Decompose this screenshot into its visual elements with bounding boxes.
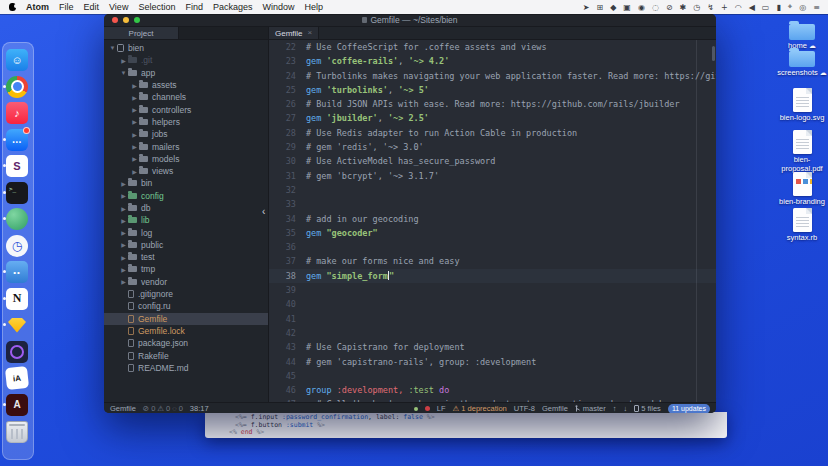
tree-item-db[interactable]: ▶db: [104, 202, 268, 214]
code-editor[interactable]: 2223242526272829303132333435363738394041…: [269, 40, 716, 402]
code-line-22[interactable]: # Use CoffeeScript for .coffee assets an…: [306, 40, 716, 54]
desktop-icon-bien-logo-svg[interactable]: bien-logo.svg: [777, 88, 827, 123]
scrollbar-thumb[interactable]: [712, 46, 715, 61]
background-window[interactable]: <%= f.input :password_confirmation, labe…: [205, 412, 727, 438]
battery-icon[interactable]: ▮: [776, 3, 780, 12]
control-center-icon[interactable]: ≡: [813, 3, 820, 12]
tree-item-gemfile[interactable]: Gemfile: [104, 313, 268, 325]
apple-menu[interactable]: [9, 3, 16, 11]
tree-item-bien[interactable]: ▼bien: [104, 42, 268, 54]
desktop-icon-syntax-rb[interactable]: syntax.rb: [777, 208, 827, 243]
code-line-39[interactable]: [306, 283, 716, 297]
tab-close-icon[interactable]: ×: [308, 29, 313, 37]
tree-toggle-chevron[interactable]: ‹: [262, 207, 265, 217]
desktop-icon-bien-proposal-pdf[interactable]: bien-proposal.pdf: [777, 130, 827, 173]
tree-item-test[interactable]: ▶test: [104, 251, 268, 263]
code-line-46[interactable]: group :development, :test do: [306, 383, 716, 397]
dock-item-slack[interactable]: S: [6, 155, 28, 177]
code-line-29[interactable]: # gem 'redis', '~> 3.0': [306, 140, 716, 154]
clock-icon[interactable]: ◷: [693, 3, 700, 12]
dock-item-finder[interactable]: ☺: [6, 49, 28, 71]
code-line-44[interactable]: # gem 'capistrano-rails', group: :develo…: [306, 355, 716, 369]
dock-item-clock-app[interactable]: ◷: [6, 235, 28, 257]
tree-item--git[interactable]: ▶.git: [104, 54, 268, 66]
siri-icon[interactable]: ◎: [799, 3, 806, 12]
plus-icon[interactable]: +: [721, 3, 728, 12]
code-line-32[interactable]: [306, 183, 716, 197]
tree-item-views[interactable]: ▶views: [104, 165, 268, 177]
tree-item--gitignore[interactable]: .gitignore: [104, 288, 268, 300]
git-branch[interactable]: master: [575, 404, 606, 413]
tree-item-readme-md[interactable]: README.md: [104, 362, 268, 374]
timer-icon[interactable]: ◌: [652, 3, 659, 12]
menu-item-edit[interactable]: Edit: [84, 2, 100, 12]
menu-item-file[interactable]: File: [59, 2, 74, 12]
code-area[interactable]: # Use CoffeeScript for .coffee assets an…: [303, 40, 716, 402]
tree-item-channels[interactable]: ▶channels: [104, 91, 268, 103]
tree-item-gemfile-lock[interactable]: Gemfile.lock: [104, 325, 268, 337]
shield-icon[interactable]: ◆: [610, 3, 616, 12]
gear-icon[interactable]: ✱: [680, 3, 687, 12]
dock-item-sketch[interactable]: [6, 314, 28, 336]
grammar-selector[interactable]: Gemfile: [542, 404, 568, 413]
code-line-30[interactable]: # Use ActiveModel has_secure_password: [306, 154, 716, 168]
tree-item-public[interactable]: ▶public: [104, 239, 268, 251]
volume-icon[interactable]: ◀: [749, 3, 755, 12]
code-line-47[interactable]: # Call 'byebug' anywhere in the code to …: [306, 397, 716, 402]
do-not-disturb-icon[interactable]: ⊘: [666, 3, 673, 12]
code-line-36[interactable]: [306, 240, 716, 254]
git-push-arrow[interactable]: ↑: [613, 404, 617, 413]
menu-item-help[interactable]: Help: [304, 2, 323, 12]
status-file-name[interactable]: Gemfile: [110, 404, 136, 413]
code-line-35[interactable]: gem "geocoder": [306, 226, 716, 240]
search-icon[interactable]: ⌖: [788, 2, 793, 12]
dock-item-acrobat[interactable]: A: [6, 394, 28, 416]
tree-item-lib[interactable]: ▶lib: [104, 214, 268, 226]
title-bar[interactable]: Gemfile — ~/Sites/bien: [104, 14, 716, 27]
cursor-icon[interactable]: ➤: [583, 3, 590, 12]
dock-item-ia-writer[interactable]: iA: [6, 367, 28, 389]
tree-item-mailers[interactable]: ▶mailers: [104, 140, 268, 152]
dock-item-chrome[interactable]: [6, 76, 28, 98]
menu-item-window[interactable]: Window: [262, 2, 294, 12]
tree-item-rakefile[interactable]: Rakefile: [104, 349, 268, 361]
dock-item-trash[interactable]: [6, 421, 28, 443]
git-pull-arrow[interactable]: ↓: [624, 404, 628, 413]
screen-mirror-icon[interactable]: ▭: [762, 3, 770, 12]
dock-item-tweetbot[interactable]: ••: [6, 261, 28, 283]
changed-files[interactable]: 5 files: [634, 404, 661, 413]
dock-item-green-app[interactable]: [6, 208, 28, 230]
desktop-icon-home[interactable]: home☁: [777, 21, 827, 51]
menu-item-find[interactable]: Find: [185, 2, 203, 12]
code-line-27[interactable]: gem 'jbuilder', '~> 2.5': [306, 111, 716, 125]
tree-item-log[interactable]: ▶log: [104, 226, 268, 238]
tree-item-models[interactable]: ▶models: [104, 153, 268, 165]
dock-item-notion[interactable]: N: [6, 288, 28, 310]
window-icon[interactable]: ▣: [623, 3, 631, 12]
tree-item-jobs[interactable]: ▶jobs: [104, 128, 268, 140]
code-line-45[interactable]: [306, 369, 716, 383]
app-menu-atom[interactable]: Atom: [26, 2, 49, 12]
code-line-26[interactable]: # Build JSON APIs with ease. Read more: …: [306, 97, 716, 111]
code-line-41[interactable]: [306, 312, 716, 326]
tree-item-app[interactable]: ▼app: [104, 67, 268, 79]
bolt-icon[interactable]: ↯: [707, 3, 714, 12]
desktop-icon-screenshots[interactable]: screenshots☁: [777, 48, 827, 78]
linter-summary[interactable]: ⊘ 0 ⚠ 0 ◌ 0: [143, 404, 183, 413]
code-line-28[interactable]: # Use Redis adapter to run Action Cable …: [306, 126, 716, 140]
tab-gemfile[interactable]: Gemfile ×: [269, 27, 319, 39]
file-encoding[interactable]: UTF-8: [514, 404, 535, 413]
menu-item-view[interactable]: View: [109, 2, 128, 12]
code-line-33[interactable]: [306, 197, 716, 211]
tree-item-config-ru[interactable]: config.ru: [104, 300, 268, 312]
line-ending[interactable]: LF: [437, 404, 446, 413]
dock-item-messages[interactable]: …: [6, 129, 28, 151]
menu-item-selection[interactable]: Selection: [138, 2, 175, 12]
dock-item-terminal[interactable]: >_: [6, 182, 28, 204]
menu-item-packages[interactable]: Packages: [213, 2, 253, 12]
code-line-24[interactable]: # Turbolinks makes navigating your web a…: [306, 69, 716, 83]
cursor-position[interactable]: 38:17: [190, 404, 209, 413]
display-capture-icon[interactable]: ⊞: [597, 3, 604, 12]
wifi-icon[interactable]: ◠: [735, 3, 742, 12]
tree-item-config[interactable]: ▶config: [104, 190, 268, 202]
